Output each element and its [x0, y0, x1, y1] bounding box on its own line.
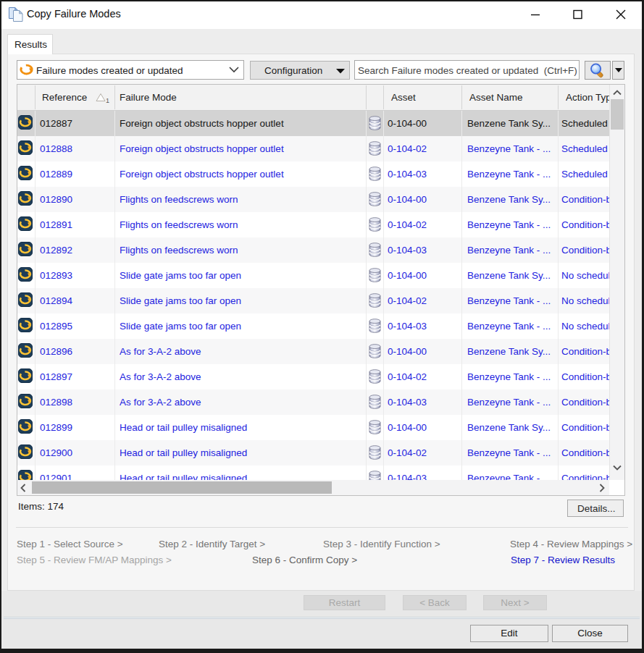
svg-text:1: 1: [106, 97, 109, 104]
